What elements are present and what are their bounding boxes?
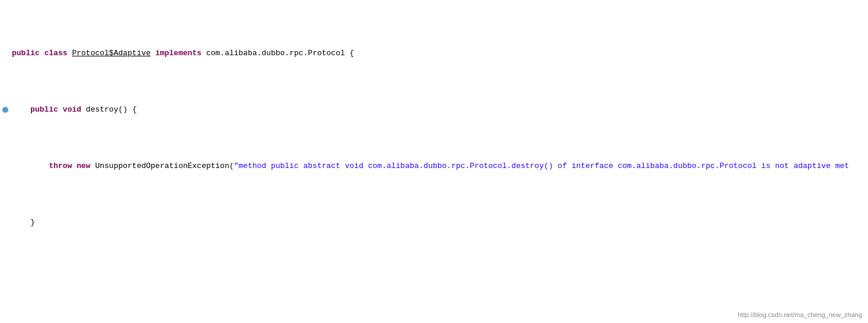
watermark: http://blog.csdn.net/ma_cheng_new_zhang bbox=[738, 311, 862, 318]
line-content-2: public void destroy() { bbox=[11, 104, 868, 115]
line-2: public void destroy() { bbox=[0, 104, 868, 115]
line-content-1: public class Protocol$Adaptive implement… bbox=[11, 48, 868, 59]
line-3: throw new UnsupportedOperationException(… bbox=[0, 160, 868, 172]
line-1: public class Protocol$Adaptive implement… bbox=[0, 48, 868, 59]
code-block: public class Protocol$Adaptive implement… bbox=[0, 0, 868, 323]
line-content-4: } bbox=[11, 217, 868, 228]
breakpoint-dot bbox=[2, 107, 8, 113]
code-container: public class Protocol$Adaptive implement… bbox=[0, 0, 868, 323]
gutter-2 bbox=[0, 107, 11, 113]
line-4: } bbox=[0, 217, 868, 228]
line-content-5 bbox=[11, 273, 868, 284]
line-content-3: throw new UnsupportedOperationException(… bbox=[11, 160, 868, 172]
line-5 bbox=[0, 273, 868, 284]
